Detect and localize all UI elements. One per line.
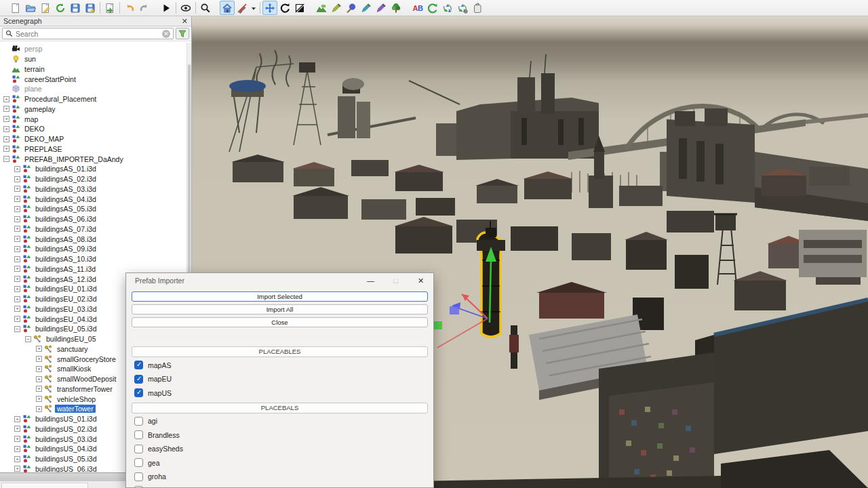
zoom-tool-icon[interactable]	[198, 1, 213, 15]
rotate-tool-icon[interactable]	[277, 1, 292, 15]
expand-icon[interactable]: +	[14, 236, 20, 242]
dialog-titlebar[interactable]: Prefab Importer — □ ✕	[126, 273, 433, 288]
tree-item-label[interactable]: buildingsAS_12.i3d	[33, 275, 98, 283]
tree-item-terrain[interactable]: terrain	[0, 64, 186, 75]
tree-item-buildingsAS_08.i3d[interactable]: +buildingsAS_08.i3d	[0, 234, 186, 244]
expand-icon[interactable]: +	[3, 146, 9, 152]
visibility-eye-icon[interactable]	[178, 1, 193, 15]
reload-scripts-icon[interactable]	[425, 1, 440, 15]
tree-item-careerStartPoint[interactable]: careerStartPoint	[0, 74, 186, 84]
tree-item-PREPLASE[interactable]: +PREPLASE	[0, 144, 186, 155]
paint-disabled-icon[interactable]	[235, 1, 250, 15]
terrain-smooth-icon[interactable]	[329, 1, 344, 15]
tree-item-label[interactable]: PREFAB_IMPORTER_DaAndy	[22, 155, 125, 163]
mapEU-checkbox[interactable]	[134, 375, 143, 384]
expand-icon[interactable]: +	[14, 286, 20, 292]
text-labels-icon[interactable]: AB	[410, 1, 425, 15]
recycle-settings-icon[interactable]	[455, 1, 470, 15]
toolbar-drag-handle[interactable]	[214, 2, 218, 14]
tree-item-label[interactable]: sun	[22, 55, 38, 63]
tree-item-label[interactable]: buildingsEU_05	[44, 335, 98, 343]
tree-item-buildingsAS_06.i3d[interactable]: +buildingsAS_06.i3d	[0, 214, 186, 224]
expand-icon[interactable]: +	[36, 386, 42, 392]
tree-item-sun[interactable]: sun	[0, 54, 186, 64]
expand-icon[interactable]: +	[14, 436, 20, 442]
tree-item-buildingsAS_05.i3d[interactable]: +buildingsAS_05.i3d	[0, 204, 186, 214]
toolbar-drag-handle[interactable]	[3, 2, 7, 14]
tree-item-label[interactable]: Procedural_Placement	[22, 95, 98, 103]
tree-item-label[interactable]: buildingsAS_01.i3d	[33, 165, 98, 173]
expand-icon[interactable]: +	[14, 166, 20, 172]
expand-icon[interactable]: +	[14, 446, 20, 452]
expand-icon[interactable]: +	[14, 176, 20, 182]
tree-item-label[interactable]: buildingsAS_11.i3d	[33, 265, 98, 273]
tree-item-map[interactable]: +map	[0, 114, 186, 124]
expand-icon[interactable]: +	[14, 196, 20, 202]
save-as-icon[interactable]	[83, 1, 98, 15]
collapse-icon[interactable]: −	[3, 156, 9, 162]
dropdown-caret-icon[interactable]	[250, 1, 258, 15]
tree-item-label[interactable]: smallKiosk	[55, 365, 93, 373]
expand-icon[interactable]: +	[14, 316, 20, 322]
Brandless-checkbox[interactable]	[134, 430, 143, 439]
gizmo-plane-handle-blue[interactable]	[450, 306, 459, 314]
reload-icon[interactable]	[53, 1, 68, 15]
close-icon[interactable]: ✕	[408, 273, 433, 288]
collapse-icon[interactable]: −	[14, 326, 20, 332]
filter-button[interactable]	[176, 28, 189, 39]
tree-item-buildingsAS_03.i3d[interactable]: +buildingsAS_03.i3d	[0, 184, 186, 195]
import-all-button[interactable]: Import All	[132, 304, 428, 314]
terrain-paint-teal-icon[interactable]	[359, 1, 374, 15]
tree-item-buildingsAS_09.i3d[interactable]: +buildingsAS_09.i3d	[0, 244, 186, 254]
redo-icon[interactable]	[137, 1, 152, 15]
tree-item-label[interactable]: buildingsAS_02.i3d	[33, 175, 98, 183]
expand-icon[interactable]: +	[14, 276, 20, 282]
tree-item-label[interactable]: persp	[22, 45, 44, 53]
easySheds-checkbox[interactable]	[134, 445, 143, 453]
tree-item-label[interactable]: terrain	[22, 65, 47, 73]
mapAS-checkbox[interactable]	[134, 361, 143, 369]
collapse-icon[interactable]: −	[25, 336, 31, 342]
import-selected-button[interactable]: Import Selected	[132, 291, 428, 302]
panel-close-icon[interactable]: ✕	[182, 18, 188, 24]
tree-item-buildingsAS_02.i3d[interactable]: +buildingsAS_02.i3d	[0, 174, 186, 184]
groha-checkbox[interactable]	[134, 472, 143, 481]
tree-item-label[interactable]: DEKO_MAP	[22, 135, 66, 143]
tree-item-label[interactable]: buildingsEU_02.i3d	[33, 295, 98, 303]
tree-item-label[interactable]: buildingsUS_04.i3d	[33, 445, 98, 453]
tree-item-label[interactable]: buildingsUS_01.i3d	[33, 415, 98, 423]
close-button[interactable]: Close	[132, 317, 428, 327]
tree-item-label[interactable]: buildingsEU_01.i3d	[33, 285, 98, 293]
mapUS-checkbox[interactable]	[134, 388, 143, 397]
tree-item-label[interactable]: smallWoodDeposit	[55, 375, 118, 383]
tree-item-label[interactable]: buildingsAS_04.i3d	[33, 195, 98, 203]
terrain-paint-purple-icon[interactable]	[374, 1, 389, 15]
tree-item-Procedural_Placement[interactable]: +Procedural_Placement	[0, 94, 186, 104]
expand-icon[interactable]: +	[14, 456, 20, 462]
tree-item-label[interactable]: PREPLASE	[22, 145, 64, 153]
edit-file-icon[interactable]	[38, 1, 53, 15]
gea-checkbox[interactable]	[134, 458, 143, 467]
terrain-paint-blue-icon[interactable]	[344, 1, 359, 15]
tree-item-label[interactable]: buildingsAS_08.i3d	[33, 235, 98, 243]
tree-item-label[interactable]: buildingsUS_05.i3d	[33, 455, 98, 463]
expand-icon[interactable]: +	[14, 226, 20, 232]
expand-icon[interactable]: +	[14, 206, 20, 212]
expand-icon[interactable]: +	[36, 356, 42, 362]
new-file-icon[interactable]	[8, 1, 23, 15]
expand-icon[interactable]: +	[36, 346, 42, 352]
tree-item-label[interactable]: buildingsUS_06.i3d	[33, 465, 98, 472]
expand-icon[interactable]: +	[3, 126, 9, 132]
recycle-icon[interactable]	[440, 1, 455, 15]
toolbar-drag-handle[interactable]	[405, 2, 409, 14]
expand-icon[interactable]: +	[36, 366, 42, 372]
toolbar-drag-handle[interactable]	[309, 2, 313, 14]
tree-item-buildingsAS_04.i3d[interactable]: +buildingsAS_04.i3d	[0, 194, 186, 204]
expand-icon[interactable]: +	[36, 406, 42, 412]
tree-item-persp[interactable]: persp	[0, 44, 186, 54]
expand-icon[interactable]: +	[14, 246, 20, 252]
expand-icon[interactable]: +	[14, 426, 20, 432]
save-icon[interactable]	[68, 1, 83, 15]
search-box[interactable]: ✕	[2, 28, 174, 39]
tree-item-label[interactable]: buildingsUS_02.i3d	[33, 425, 98, 433]
